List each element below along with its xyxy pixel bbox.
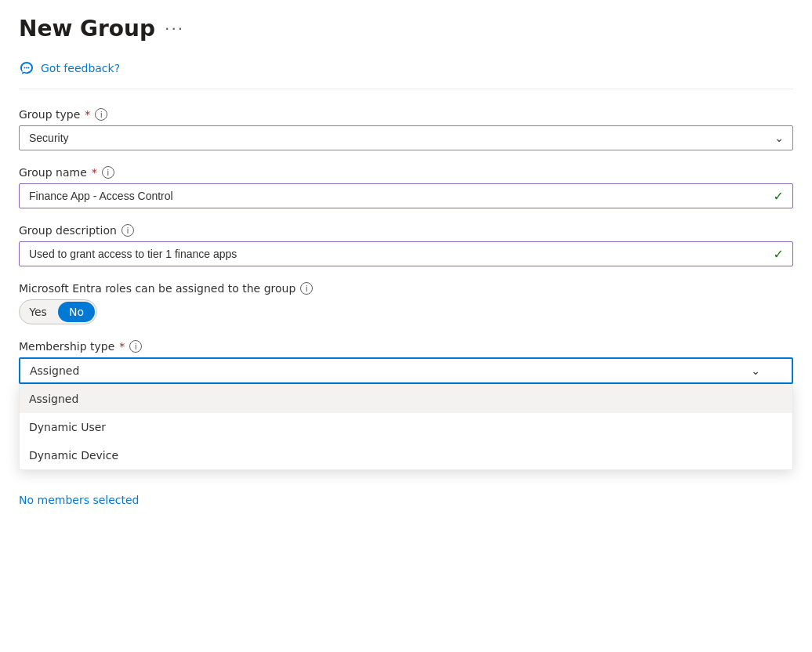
membership-type-dropdown-menu: Assigned Dynamic User Dynamic Device [19, 384, 793, 470]
dropdown-item-dynamic-user[interactable]: Dynamic User [20, 413, 792, 441]
feedback-bar: Got feedback? [19, 60, 793, 89]
group-name-label: Group name * i [19, 166, 793, 179]
toggle-no-option[interactable]: No [58, 302, 95, 322]
group-description-info-icon[interactable]: i [121, 224, 134, 237]
group-description-label: Group description i [19, 224, 793, 237]
group-type-label: Group type * i [19, 108, 793, 121]
feedback-icon [19, 60, 34, 76]
membership-type-chevron-icon: ⌄ [751, 364, 760, 377]
svg-point-0 [24, 67, 26, 69]
entra-roles-info-icon[interactable]: i [300, 282, 313, 295]
group-name-input-wrapper: ✓ [19, 183, 793, 208]
membership-type-select-box[interactable]: Assigned ⌄ [19, 357, 793, 384]
membership-type-label: Membership type * i [19, 340, 793, 353]
new-group-page: New Group ··· Got feedback? Group type *… [0, 0, 812, 652]
no-members-link[interactable]: No members selected [19, 494, 793, 506]
group-name-info-icon[interactable]: i [102, 166, 114, 179]
group-description-input[interactable] [19, 241, 793, 266]
group-name-input[interactable] [19, 183, 793, 208]
entra-roles-toggle[interactable]: Yes No [19, 299, 97, 324]
group-type-section: Group type * i Security Microsoft 365 ⌄ [19, 108, 793, 150]
membership-type-section: Membership type * i Assigned ⌄ Assigned … [19, 340, 793, 384]
membership-type-required-star: * [119, 340, 125, 353]
svg-point-1 [26, 67, 27, 69]
entra-roles-toggle-row: Yes No [19, 299, 793, 324]
entra-roles-label: Microsoft Entra roles can be assigned to… [19, 282, 793, 295]
ellipsis-menu-button[interactable]: ··· [165, 20, 184, 38]
group-description-section: Group description i ✓ [19, 224, 793, 266]
group-type-required-star: * [85, 108, 90, 121]
dropdown-item-assigned[interactable]: Assigned [20, 385, 792, 413]
membership-type-info-icon[interactable]: i [129, 340, 142, 353]
title-row: New Group ··· [19, 16, 793, 42]
svg-point-2 [28, 67, 30, 69]
group-name-required-star: * [92, 166, 97, 179]
group-type-select[interactable]: Security Microsoft 365 [19, 125, 793, 150]
toggle-yes-option[interactable]: Yes [20, 300, 56, 324]
group-type-info-icon[interactable]: i [95, 108, 107, 121]
group-description-input-wrapper: ✓ [19, 241, 793, 266]
entra-roles-section: Microsoft Entra roles can be assigned to… [19, 282, 793, 324]
group-name-check-icon: ✓ [774, 189, 784, 204]
membership-type-dropdown-wrapper: Assigned ⌄ Assigned Dynamic User Dynamic… [19, 357, 793, 384]
feedback-link[interactable]: Got feedback? [41, 62, 120, 74]
dropdown-item-dynamic-device[interactable]: Dynamic Device [20, 441, 792, 469]
page-title: New Group [19, 16, 155, 42]
group-description-check-icon: ✓ [774, 247, 784, 262]
membership-type-value: Assigned [30, 364, 79, 377]
group-name-section: Group name * i ✓ [19, 166, 793, 208]
group-type-select-wrapper: Security Microsoft 365 ⌄ [19, 125, 793, 150]
